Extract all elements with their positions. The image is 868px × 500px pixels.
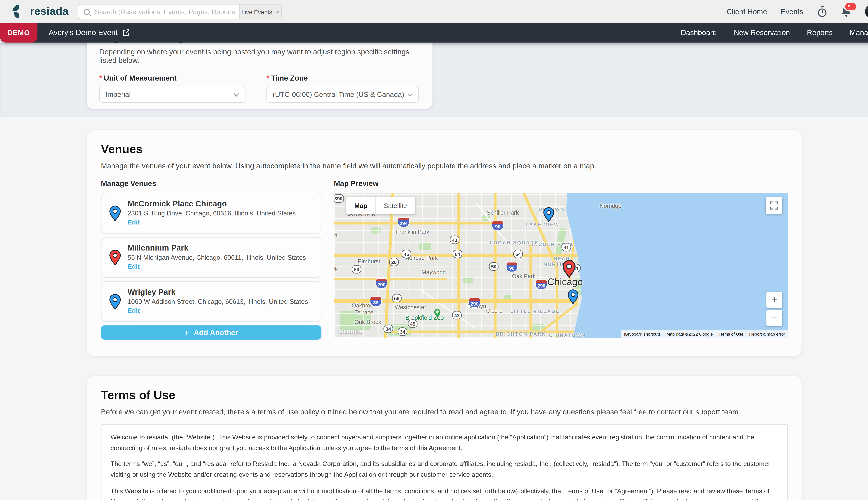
- nav-manage[interactable]: Manage: [850, 28, 868, 37]
- event-name: Avery's Demo Event: [49, 28, 118, 37]
- top-header: resiada Live Events Client Home Events: [0, 0, 868, 23]
- report-map-error-link[interactable]: Report a map error: [746, 330, 788, 338]
- nav-events[interactable]: Events: [781, 7, 803, 16]
- map-label-town: Franklin Park: [396, 229, 429, 235]
- map-interstate-shield: 290: [376, 278, 387, 288]
- map-route-shield: 45: [401, 250, 411, 258]
- venue-item: McCormick Place Chicago 2301 S. King Dri…: [101, 193, 321, 234]
- event-name-link[interactable]: Avery's Demo Event: [49, 28, 130, 37]
- chevron-down-icon: [275, 10, 279, 13]
- terms-card: Terms of Use Before we can get your even…: [87, 375, 802, 500]
- logo-wordmark: resiada: [30, 5, 69, 18]
- map-zoom-control: + −: [766, 292, 782, 328]
- map-route-shield: 56: [392, 294, 402, 303]
- map-road: [334, 278, 447, 280]
- manage-venues-label: Manage Venues: [101, 179, 321, 188]
- required-asterisk: *: [266, 73, 270, 82]
- map-route-shield: 64: [453, 250, 462, 258]
- venue-edit-link[interactable]: Edit: [128, 307, 140, 314]
- stopwatch-icon: [817, 5, 827, 18]
- avatar[interactable]: [865, 4, 868, 19]
- map-pin-icon: [109, 249, 121, 266]
- event-nav-links: Dashboard New Reservation Reports Manage: [681, 28, 868, 37]
- search-scope-value: Live Events: [241, 8, 272, 15]
- fullscreen-icon: [770, 201, 778, 210]
- map-marker-millennium-park[interactable]: [562, 260, 576, 279]
- map-type-map-button[interactable]: Map: [346, 197, 375, 214]
- map-pin-icon: [109, 205, 121, 222]
- map-route-shield: 43: [452, 311, 462, 319]
- manage-venues-column: Manage Venues McCormick Place Chicago 23…: [101, 179, 321, 340]
- venue-address: 1060 W Addison Street, Chicago, 60613, I…: [128, 298, 315, 305]
- map-interstate-shield: 294: [398, 217, 410, 227]
- venue-name: Wrigley Park: [128, 287, 315, 296]
- map-road: [385, 331, 578, 333]
- nav-client-home[interactable]: Client Home: [727, 7, 767, 16]
- keyboard-shortcuts-link[interactable]: Keyboard shortcuts: [621, 330, 664, 338]
- search-scope-dropdown[interactable]: Live Events: [239, 4, 281, 19]
- map-type-satellite-button[interactable]: Satellite: [375, 197, 415, 214]
- map-marker-wrigley-park[interactable]: [543, 207, 554, 223]
- unit-of-measurement-label: Unit of Measurement: [104, 73, 177, 82]
- venue-edit-link[interactable]: Edit: [128, 263, 140, 270]
- chevron-down-icon: [407, 93, 413, 97]
- map-road: [334, 222, 504, 225]
- map-attribution: Keyboard shortcuts Map data ©2022 Google…: [621, 330, 788, 338]
- map-label-town: Villa Park: [334, 266, 338, 272]
- venues-card: Venues Manage the venues of your event b…: [87, 129, 802, 356]
- map-type-control: Map Satellite: [346, 197, 415, 214]
- notification-count-badge: 9+: [844, 2, 857, 11]
- map-interstate-shield: 290: [535, 280, 547, 290]
- map-terms-link[interactable]: Terms of Use: [716, 330, 746, 338]
- terms-intro: Before we can get your event created, th…: [101, 408, 788, 416]
- map-preview-label: Map Preview: [334, 179, 788, 188]
- terms-paragraph: The terms “we”, “us”, “our”, and “resiad…: [111, 459, 778, 480]
- chevron-down-icon: [233, 93, 239, 97]
- notifications-button[interactable]: 9+: [841, 6, 852, 17]
- timezone-select[interactable]: (UTC-06:00) Central Time (US & Canada): [266, 87, 419, 103]
- unit-of-measurement-field: *Unit of Measurement Imperial: [99, 73, 245, 103]
- map-route-shield: 20: [389, 258, 399, 266]
- zoo-pin-icon: [434, 308, 441, 318]
- map-label-town: Maywood: [422, 269, 446, 275]
- demo-badge: DEMO: [0, 23, 37, 43]
- venue-edit-link[interactable]: Edit: [128, 219, 140, 226]
- timezone-field: *Time Zone (UTC-06:00) Central Time (US …: [266, 73, 419, 103]
- map-fullscreen-button[interactable]: [766, 197, 782, 214]
- terms-paragraph: This Website is offered to you condition…: [111, 486, 778, 500]
- map-road: [556, 263, 558, 338]
- zoom-out-button[interactable]: −: [766, 310, 782, 326]
- map-interstate-shield: 290: [469, 298, 481, 308]
- google-logo: Google: [338, 327, 363, 335]
- venue-address: 2301 S. King Drive, Chicago, 60616, Illi…: [128, 210, 315, 216]
- map-road: [529, 244, 532, 338]
- add-another-venue-button[interactable]: + Add Another: [101, 325, 321, 340]
- global-search: Live Events: [78, 4, 282, 19]
- terms-text-box[interactable]: Welcome to resiada. (the “Website”). Thi…: [101, 424, 788, 500]
- timezone-label: Time Zone: [271, 73, 308, 82]
- external-link-icon: [122, 29, 129, 36]
- map-preview[interactable]: Bensenville Norridge Schiller Park Frank…: [334, 193, 788, 338]
- nav-reports[interactable]: Reports: [807, 28, 833, 37]
- required-asterisk: *: [99, 73, 102, 82]
- timer-button[interactable]: [817, 5, 827, 18]
- map-route-shield: 34: [384, 325, 393, 333]
- event-nav-bar: DEMO Avery's Demo Event Dashboard New Re…: [0, 23, 868, 43]
- nav-dashboard[interactable]: Dashboard: [681, 28, 717, 37]
- zoom-in-button[interactable]: +: [766, 292, 782, 308]
- unit-of-measurement-select[interactable]: Imperial: [99, 87, 245, 103]
- map-route-shield: 50: [489, 262, 499, 271]
- map-route-shield: 390: [334, 194, 344, 203]
- terms-paragraph: Welcome to resiada. (the “Website”). Thi…: [111, 432, 778, 453]
- map-route-shield: 64: [513, 250, 523, 258]
- resiada-logo[interactable]: resiada: [11, 3, 69, 19]
- resiada-logo-icon: [11, 3, 26, 19]
- nav-new-reservation[interactable]: New Reservation: [734, 28, 790, 37]
- search-input[interactable]: [78, 4, 239, 19]
- app: Regional Settings Depending on where you…: [0, 0, 868, 500]
- map-label-town: Elmhurst: [358, 258, 380, 264]
- header-nav: Client Home Events 9+: [727, 0, 868, 23]
- map-marker-mccormick-place[interactable]: [568, 289, 579, 305]
- map-label-town: Norridge: [599, 203, 621, 209]
- plus-icon: +: [184, 328, 189, 337]
